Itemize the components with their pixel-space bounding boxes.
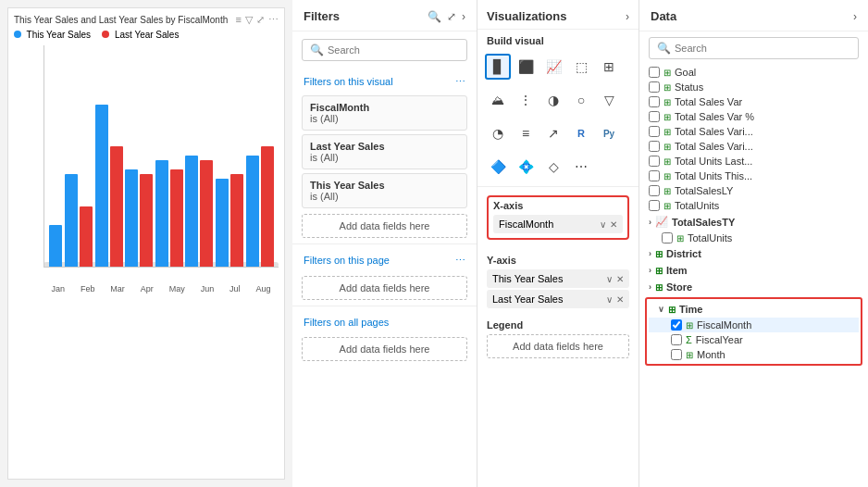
- legend-last-year: Last Year Sales: [102, 30, 179, 40]
- filters-header-icons: 🔍 ⤢ ›: [428, 10, 465, 23]
- add-data-page-button[interactable]: Add data fields here: [302, 276, 467, 300]
- viz-btn-more[interactable]: ⋯: [568, 154, 594, 180]
- checkbox-totalsalesvar[interactable]: [649, 96, 660, 107]
- more-icon[interactable]: ⋯: [268, 14, 279, 26]
- y-axis-labels: $4M $3M $2M $1M $0M: [0, 45, 1, 258]
- viz-btn-kpi[interactable]: ↗: [540, 120, 566, 146]
- bar-jul-blue: [216, 179, 229, 267]
- bar-jul-red: [230, 174, 243, 267]
- remove-y2-icon[interactable]: ✕: [616, 294, 624, 305]
- menu-icon[interactable]: ≡: [236, 14, 242, 26]
- data-search-input[interactable]: [675, 43, 850, 54]
- filter-expand-icon[interactable]: ⤢: [447, 10, 456, 23]
- filter-more-icon[interactable]: ›: [462, 10, 465, 23]
- filter-card-fiscalmonth[interactable]: FiscalMonth is (All): [302, 95, 467, 131]
- data-search-box[interactable]: 🔍: [649, 37, 859, 59]
- viz-btn-bar-chart[interactable]: ▊: [485, 54, 511, 80]
- viz-header-icons: ›: [626, 10, 629, 23]
- viz-btn-r[interactable]: R: [568, 120, 594, 146]
- viz-btn-donut[interactable]: ○: [568, 87, 594, 113]
- checkbox-totalunits-child[interactable]: [662, 232, 673, 244]
- checkbox-goal[interactable]: [649, 67, 660, 78]
- bar-group-mar: [95, 105, 123, 267]
- x-axis-field[interactable]: FiscalMonth ∨ ✕: [493, 215, 623, 233]
- chevron-down-icon2[interactable]: ∨: [606, 294, 613, 305]
- checkbox-totalsalesvari2[interactable]: [649, 141, 660, 152]
- viz-btn-table[interactable]: ⬚: [568, 54, 594, 80]
- checkbox-totalunitsthis[interactable]: [649, 170, 660, 181]
- table-icon-totalsalesvari1: ⊞: [663, 127, 671, 137]
- bar-group-apr: [125, 169, 153, 267]
- table-icon-time: ⊞: [668, 305, 676, 315]
- filter-icon[interactable]: ▽: [245, 14, 253, 26]
- viz-btn-scatter[interactable]: ⋮: [513, 87, 539, 113]
- add-data-visual-button[interactable]: Add data fields here: [302, 214, 467, 238]
- viz-btn-custom2[interactable]: 💠: [513, 154, 539, 180]
- viz-btn-pie[interactable]: ◑: [540, 87, 566, 113]
- viz-btn-custom1[interactable]: 🔷: [485, 154, 511, 180]
- y-axis-field2-icons: ∨ ✕: [606, 294, 624, 305]
- viz-btn-funnel[interactable]: ▽: [596, 87, 622, 113]
- checkbox-totalsalesvarpct[interactable]: [649, 111, 660, 122]
- viz-btn-matrix[interactable]: ⊞: [596, 54, 622, 80]
- divider1: [292, 244, 477, 244]
- expand-icon[interactable]: ⤢: [256, 14, 265, 26]
- viz-btn-gauge[interactable]: ◔: [485, 120, 511, 146]
- filters-panel: Filters 🔍 ⤢ › 🔍 Filters on this visual ⋯…: [292, 0, 477, 487]
- viz-btn-card[interactable]: ≡: [513, 120, 539, 146]
- viz-btn-py[interactable]: Py: [596, 120, 622, 146]
- x-axis-highlighted: X-axis FiscalMonth ∨ ✕: [487, 195, 629, 240]
- remove-y1-icon[interactable]: ✕: [616, 274, 624, 284]
- search-icon: 🔍: [310, 44, 324, 56]
- checkbox-fiscalmonth[interactable]: [671, 319, 682, 331]
- filter-card-lastyearsales[interactable]: Last Year Sales is (All): [302, 134, 467, 169]
- checkbox-month[interactable]: [671, 349, 682, 360]
- section-district[interactable]: › ⊞ District: [639, 245, 868, 262]
- checkbox-totalunitslast[interactable]: [649, 156, 660, 167]
- legend-add-data-button[interactable]: Add data fields here: [487, 334, 629, 358]
- bars-container: [44, 45, 279, 267]
- chevron-down-icon[interactable]: ∨: [606, 274, 613, 284]
- bar-mar-blue: [95, 105, 108, 267]
- data-item-totalsalesvar: ⊞ Total Sales Var: [639, 94, 868, 109]
- filters-search-input[interactable]: [328, 44, 459, 56]
- filter-card-thisyearsales[interactable]: This Year Sales is (All): [302, 173, 467, 208]
- section-item[interactable]: › ⊞ Item: [639, 262, 868, 279]
- data-item-totalsalesvari1: ⊞ Total Sales Vari...: [639, 124, 868, 139]
- chevron-right-store: ›: [649, 282, 651, 292]
- data-panel-expand-icon[interactable]: ›: [853, 10, 857, 23]
- remove-x-icon[interactable]: ✕: [610, 219, 617, 230]
- checkbox-totalunits[interactable]: [649, 200, 660, 211]
- bar-feb-red: [80, 206, 93, 267]
- legend-dot-red: [102, 31, 109, 38]
- section-store[interactable]: › ⊞ Store: [639, 279, 868, 295]
- y-axis-field1[interactable]: This Year Sales ∨ ✕: [487, 269, 629, 288]
- filters-on-page-label: Filters on this page ⋯: [292, 247, 477, 270]
- viz-btn-line[interactable]: 📈: [540, 54, 566, 80]
- table-icon-totalunits-child: ⊞: [676, 233, 684, 244]
- filters-search-box[interactable]: 🔍: [302, 39, 467, 61]
- data-panel: Data › 🔍 ⊞ Goal ⊞ Status ⊞ Total Sales V…: [639, 0, 868, 487]
- add-data-all-button[interactable]: Add data fields here: [302, 337, 467, 361]
- section-time[interactable]: ∨ ⊞ Time: [649, 301, 859, 318]
- filter-search-icon[interactable]: 🔍: [428, 10, 441, 23]
- y-axis-field2[interactable]: Last Year Sales ∨ ✕: [487, 290, 629, 308]
- viz-btn-area[interactable]: ⛰: [485, 87, 511, 113]
- table-icon-district: ⊞: [655, 249, 663, 259]
- viz-btn-custom3[interactable]: ◇: [540, 154, 566, 180]
- chevron-down-icon[interactable]: ∨: [600, 219, 606, 230]
- checkbox-fiscalyear[interactable]: [671, 334, 682, 345]
- more-options-icon[interactable]: ⋯: [455, 76, 465, 88]
- checkbox-status[interactable]: [649, 81, 660, 93]
- data-item-totalunits: ⊞ TotalUnits: [639, 198, 868, 213]
- checkbox-totalsalesvari1[interactable]: [649, 126, 660, 137]
- page-more-icon[interactable]: ⋯: [455, 255, 465, 267]
- section-totalsalesty[interactable]: › 📈 TotalSalesTY: [639, 213, 868, 231]
- viz-type-row-3: ◔ ≡ ↗ R Py: [477, 117, 639, 150]
- viz-btn-bar-chart2[interactable]: ⬛: [513, 54, 539, 80]
- viz-expand-icon[interactable]: ›: [626, 10, 629, 23]
- x-axis-field-icons: ∨ ✕: [600, 219, 617, 230]
- table-icon-totalsalesvarpct: ⊞: [663, 112, 671, 122]
- checkbox-totalsalestly[interactable]: [649, 185, 660, 196]
- bar-group-feb: [65, 174, 93, 267]
